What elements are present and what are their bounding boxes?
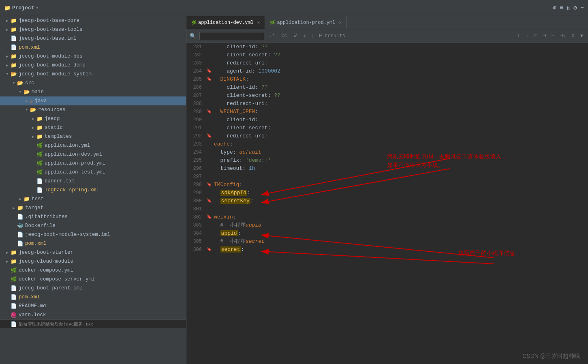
folder-icon: 📁	[11, 53, 17, 60]
yarn-icon: 🧶	[11, 312, 17, 318]
project-label[interactable]: 📁 Project ▾	[0, 5, 49, 11]
tree-item-jeecg-boot-starter[interactable]: ▶ 📁 jeecg-boot-starter	[0, 248, 186, 257]
project-dropdown-arrow[interactable]: ▾	[36, 5, 39, 11]
tree-item-test[interactable]: ▶ 📁 test	[0, 195, 186, 203]
line-content-284: agent-id: 1000002	[212, 67, 588, 75]
tree-item-jeecg-boot-module-bbs[interactable]: ▶ 📁 jeecg-boot-module-bbs	[0, 52, 186, 61]
iml2-icon: 📄	[17, 231, 24, 238]
tree-item-static[interactable]: ▶ 📁 static	[0, 123, 186, 132]
pin-button[interactable]: ⊣	[541, 32, 547, 40]
tree-item-templates[interactable]: ▶ 📁 templates	[0, 132, 186, 141]
line-number-302: 302	[186, 213, 206, 221]
label-yarn-lock: yarn.lock	[19, 312, 46, 318]
tree-item-yarn-lock[interactable]: 🧶 yarn.lock	[0, 310, 186, 319]
line-content-285: DINGTALK:	[212, 75, 588, 84]
line-number-300: 300	[186, 197, 206, 205]
case-sensitive-button[interactable]: Cc	[280, 32, 289, 40]
tree-item-gitattributes[interactable]: 📄 .gitattributes	[0, 212, 186, 221]
search-icon: 🔍	[190, 33, 196, 39]
arrow-java: ▶	[24, 99, 30, 103]
tree-item-java[interactable]: ▶ ☕ java	[0, 96, 186, 105]
tree-item-resources[interactable]: ▼ 📂 resources	[0, 105, 186, 114]
settings-search-button[interactable]: ⊢	[550, 32, 556, 40]
tree-item-dockerfile[interactable]: 🐳 Dockerfile	[0, 221, 186, 230]
label-application-prod-yml: application-prod.yml	[45, 161, 105, 166]
layout-button[interactable]: ⊣↓	[558, 32, 567, 40]
line-number-305: 305	[186, 238, 206, 246]
arrow-module-system: ▼	[4, 72, 11, 76]
multiline-button[interactable]: ✳	[301, 32, 308, 40]
search-bar: 🔍 .* Cc W ✳ | 0 results ↑ ↓ □ ⊣ ⊢ ⊣↓ ≡ ▼	[186, 29, 588, 43]
table-row: 296 timeout: 1h	[186, 165, 588, 173]
tree-item-parent-iml[interactable]: 📄 jeecg-boot-parent.iml	[0, 284, 186, 293]
tree-item-docker-compose-yml[interactable]: 🌿 docker-compose.yml	[0, 266, 186, 275]
table-row: 297	[186, 173, 588, 181]
tree-item-application-yml[interactable]: 🌿 application.yml	[0, 141, 186, 150]
tree-item-jeecg-boot-base-core[interactable]: ▶ 📁 jeecg-boot-base-core	[0, 16, 186, 25]
tree-item-module-system-iml[interactable]: 📄 jeecg-boot-module-system.iml	[0, 230, 186, 239]
separator: |	[311, 33, 314, 39]
tree-item-docker-compose-server-yml[interactable]: 🌿 docker-compose-server.yml	[0, 275, 186, 284]
xml-pom-icon: 📄	[17, 240, 24, 247]
label-status-txt: 后台管理系统结合后台java服务.txt	[19, 321, 94, 327]
table-row: 284 🔖 agent-id: 1000002	[186, 67, 588, 75]
table-row: 283 redirect-uri:	[186, 59, 588, 67]
settings-icon[interactable]: ⚙	[573, 4, 577, 12]
tree-item-pom-xml-module[interactable]: 📄 pom.xml	[0, 239, 186, 248]
line-content-291: client-secret:	[212, 124, 588, 132]
table-row: 301	[186, 205, 588, 213]
folder-cloud-icon: 📁	[11, 258, 17, 265]
tree-item-pom-xml-root[interactable]: 📄 pom.xml	[0, 43, 186, 52]
tree-item-src[interactable]: ▼ 📂 src	[0, 79, 186, 88]
prev-result-button[interactable]: ↑	[515, 32, 522, 40]
tree-item-application-prod-yml[interactable]: 🌿 application-prod.yml	[0, 159, 186, 168]
tree-item-target[interactable]: ▶ 📁 target	[0, 203, 186, 212]
folder-templates-icon: 📁	[36, 133, 43, 140]
globe-icon[interactable]: ⊕	[553, 4, 556, 12]
minimize-icon[interactable]: −	[580, 4, 584, 11]
top-bar-icons: ⊕ ≡ ⇅ ⚙ −	[553, 4, 588, 12]
tree-item-readme-md[interactable]: 📄 README.md	[0, 302, 186, 310]
tree-item-jeecg-boot-base-iml[interactable]: 📄 jeecg-boot-base.iml	[0, 34, 186, 43]
line-content-290: client-id:	[212, 116, 588, 124]
label-main: main	[32, 89, 44, 95]
search-input[interactable]	[199, 32, 264, 40]
tab-prod-close[interactable]: ✕	[339, 20, 342, 25]
line-number-289: 289	[186, 108, 206, 116]
tree-item-jeecg-cloud-module[interactable]: ▶ 📁 jeecg-cloud-module	[0, 257, 186, 266]
tree-item-application-dev-yml[interactable]: 🌿 application-dev.yml	[0, 150, 186, 159]
label-jeecg-boot-base-iml: jeecg-boot-base.iml	[19, 36, 77, 41]
tab-application-dev-yml[interactable]: 🌿 application-dev.yml ✕	[186, 16, 265, 29]
line-content-281: client-id: ??	[212, 43, 588, 51]
tree-item-logback-spring-xml[interactable]: 📄 logback-spring.xml	[0, 186, 186, 195]
tree-item-pom-xml-top[interactable]: 📄 pom.xml	[0, 293, 186, 302]
tree-item-module-system[interactable]: ▼ 📂 jeecg-boot-module-system	[0, 70, 186, 79]
table-row: 295 prefix: 'demo::'	[186, 156, 588, 165]
tree-item-main[interactable]: ▼ 📂 main	[0, 88, 186, 96]
tab-application-prod-yml[interactable]: 🌿 application-prod.yml ✕	[265, 16, 347, 29]
structure-icon[interactable]: ≡	[560, 4, 563, 11]
line-content-300: secretKey:	[212, 197, 588, 205]
tree-item-banner-txt[interactable]: 📄 banner.txt	[0, 177, 186, 186]
line-number-303: 303	[186, 221, 206, 229]
txt-status-icon: 📄	[11, 321, 17, 328]
word-match-button[interactable]: W	[292, 32, 298, 40]
table-row: 282 client-secret: ??	[186, 51, 588, 59]
editor-wrapper: 281 client-id: ?? 282 client-secret: ?? …	[186, 43, 588, 364]
open-in-find-button[interactable]: □	[532, 32, 539, 40]
code-editor[interactable]: 281 client-id: ?? 282 client-secret: ?? …	[186, 43, 588, 364]
regex-button[interactable]: .*	[267, 32, 276, 40]
line-content-304: appid:	[212, 229, 588, 238]
line-number-295: 295	[186, 156, 206, 165]
collapse-icon[interactable]: ⇅	[567, 4, 570, 12]
tree-item-application-test-yml[interactable]: 🌿 application-test.yml	[0, 168, 186, 177]
align-button[interactable]: ≡	[570, 32, 576, 40]
table-row: 285 🔖 DINGTALK:	[186, 75, 588, 84]
tree-item-status-txt[interactable]: 📄 后台管理系统结合后台java服务.txt	[0, 319, 186, 328]
tree-item-jeecg-boot-module-demo[interactable]: ▶ 📁 jeecg-boot-module-demo	[0, 61, 186, 70]
tab-dev-close[interactable]: ✕	[257, 20, 260, 25]
next-result-button[interactable]: ↓	[524, 32, 530, 40]
tree-item-jeecg[interactable]: ▶ 📁 jeecg	[0, 114, 186, 123]
filter-button[interactable]: ▼	[579, 32, 585, 40]
tree-item-jeecg-boot-base-tools[interactable]: ▶ 📁 jeecg-boot-base-tools	[0, 25, 186, 34]
